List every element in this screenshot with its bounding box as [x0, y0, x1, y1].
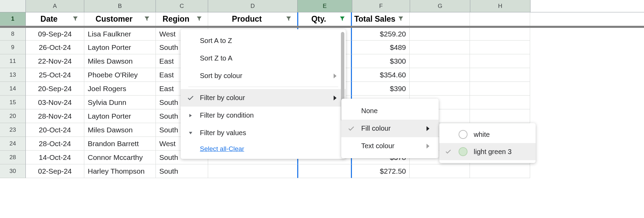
row-number[interactable]: 20 [0, 109, 26, 123]
cell[interactable]: 03-Nov-24 [26, 96, 84, 109]
row-number[interactable]: 11 [0, 54, 26, 68]
cell[interactable] [410, 54, 470, 68]
filter-fill-colour[interactable]: Fill colour [341, 120, 439, 137]
header-cell-qty-[interactable]: Qty. [297, 12, 352, 26]
cell[interactable] [470, 68, 530, 82]
filter-by-colour[interactable]: Filter by colour [181, 89, 346, 107]
row-number[interactable]: 15 [0, 96, 26, 109]
column-header-d[interactable]: D [208, 0, 298, 12]
cell[interactable] [470, 28, 530, 41]
column-header-e[interactable]: E [298, 0, 352, 12]
cell[interactable]: $390 [352, 82, 410, 96]
filter-icon[interactable] [144, 14, 152, 24]
filter-colour-none[interactable]: None [341, 102, 439, 120]
check-icon [347, 125, 355, 132]
cell[interactable]: Connor Mccarthy [84, 151, 156, 164]
colour-light-green-3[interactable]: light green 3 [439, 143, 536, 160]
row-number[interactable]: 8 [0, 28, 26, 41]
filter-by-values[interactable]: Filter by values [181, 124, 346, 142]
filter-icon[interactable] [398, 14, 406, 24]
cell[interactable]: 14-Oct-24 [26, 151, 84, 164]
header-cell-date[interactable]: Date [26, 12, 84, 26]
cell[interactable]: 22-Nov-24 [26, 54, 84, 68]
filter-by-condition[interactable]: Filter by condition [181, 107, 346, 124]
cell[interactable]: 25-Oct-24 [26, 68, 84, 82]
cell[interactable]: Harley Thompson [84, 164, 156, 178]
cell[interactable] [410, 41, 470, 54]
header-label: Product [208, 14, 286, 24]
sort-a-z[interactable]: Sort A to Z [181, 32, 346, 50]
clear-link[interactable]: Clear [228, 145, 244, 152]
cell[interactable] [410, 82, 470, 96]
data-row: 3002-Sep-24Harley ThompsonSouth$272.50 [0, 164, 644, 178]
cell[interactable] [208, 164, 298, 178]
filter-text-colour[interactable]: Text colour [341, 137, 439, 155]
cell[interactable]: 26-Oct-24 [26, 41, 84, 54]
cell[interactable] [470, 96, 530, 109]
chevron-right-icon [332, 95, 338, 101]
cell[interactable]: 09-Sep-24 [26, 28, 84, 41]
filter-dropdown-menu: Sort A to Z Sort Z to A Sort by colour F… [181, 29, 346, 159]
cell[interactable]: 28-Oct-24 [26, 137, 84, 151]
cell[interactable]: 20-Sep-24 [26, 82, 84, 96]
select-all-link[interactable]: Select all [200, 145, 226, 152]
colour-swatch-light-green-3 [459, 147, 468, 156]
cell[interactable]: South [156, 164, 208, 178]
cell[interactable] [410, 164, 470, 178]
cell[interactable]: $354.60 [352, 68, 410, 82]
cell[interactable]: 02-Sep-24 [26, 164, 84, 178]
sort-z-a[interactable]: Sort Z to A [181, 50, 346, 67]
cell[interactable]: Sylvia Dunn [84, 96, 156, 109]
row-number[interactable]: 9 [0, 41, 26, 54]
cell[interactable]: $259.20 [352, 28, 410, 41]
cell[interactable] [410, 68, 470, 82]
colour-white[interactable]: white [439, 126, 536, 143]
cell[interactable]: $489 [352, 41, 410, 54]
header-cell-g[interactable] [410, 12, 470, 26]
header-cell-product[interactable]: Product [208, 12, 298, 26]
header-cell-h[interactable] [470, 12, 530, 26]
cell[interactable]: Miles Dawson [84, 54, 156, 68]
row-number[interactable]: 30 [0, 164, 26, 178]
cell[interactable] [470, 109, 530, 123]
cell[interactable]: 28-Nov-24 [26, 109, 84, 123]
cell[interactable]: Joel Rogers [84, 82, 156, 96]
row-number[interactable]: 24 [0, 137, 26, 151]
column-header-b[interactable]: B [84, 0, 156, 12]
row-number[interactable]: 23 [0, 123, 26, 137]
filter-icon[interactable] [72, 14, 80, 24]
cell[interactable]: Miles Dawson [84, 123, 156, 137]
cell[interactable] [470, 164, 530, 178]
row-number[interactable]: 14 [0, 82, 26, 96]
cell[interactable]: Layton Porter [84, 109, 156, 123]
cell[interactable]: $272.50 [352, 164, 410, 178]
header-cell-customer[interactable]: Customer [84, 12, 156, 26]
colour-swatch-white [459, 130, 468, 139]
row-number[interactable]: 13 [0, 68, 26, 82]
sort-by-colour[interactable]: Sort by colour [181, 67, 346, 85]
select-all-corner[interactable] [0, 0, 26, 12]
column-header-c[interactable]: C [156, 0, 208, 12]
row-number[interactable]: 28 [0, 151, 26, 164]
header-cell-region[interactable]: Region [156, 12, 208, 26]
cell[interactable] [470, 82, 530, 96]
cell[interactable] [470, 41, 530, 54]
cell[interactable]: 20-Oct-24 [26, 123, 84, 137]
filter-icon[interactable] [286, 14, 294, 24]
column-header-a[interactable]: A [26, 0, 84, 12]
cell[interactable] [410, 28, 470, 41]
cell[interactable]: Brandon Barrett [84, 137, 156, 151]
cell[interactable]: $300 [352, 54, 410, 68]
column-header-h[interactable]: H [470, 0, 530, 12]
cell[interactable] [470, 54, 530, 68]
cell[interactable]: Layton Porter [84, 41, 156, 54]
cell[interactable]: Lisa Faulkner [84, 28, 156, 41]
column-header-f[interactable]: F [352, 0, 410, 12]
cell[interactable]: Phoebe O'Riley [84, 68, 156, 82]
row-number-1[interactable]: 1 [0, 12, 26, 26]
column-header-g[interactable]: G [410, 0, 470, 12]
filter-icon[interactable] [339, 14, 347, 24]
cell[interactable] [297, 164, 352, 178]
header-cell-total-sales[interactable]: Total Sales [352, 12, 410, 26]
filter-icon[interactable] [196, 14, 204, 24]
